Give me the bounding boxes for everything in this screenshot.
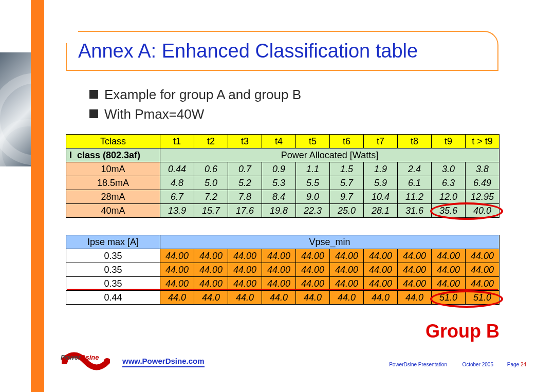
bullet-list: Example for group A and group B With Pma… [89, 83, 301, 126]
cell: 44.00 [194, 263, 228, 277]
th: t9 [432, 135, 466, 148]
cell: 1.5 [330, 162, 364, 176]
bullet-icon [89, 90, 98, 99]
cell: 3.0 [432, 162, 466, 176]
cell: 0.44 [160, 162, 194, 176]
cell: 0.9 [262, 162, 296, 176]
cell: 6.1 [398, 176, 432, 190]
th: t4 [262, 135, 296, 148]
cell: 13.9 [160, 204, 194, 218]
cell: 44.00 [296, 249, 330, 263]
classification-table: Tclass t1 t2 t3 t4 t5 t6 t7 t8 t9 t > t9… [66, 134, 499, 218]
footer: PowerDsine www.PowerDsine.com PowerDsine… [0, 341, 555, 392]
cell: 1.9 [364, 162, 398, 176]
cell: 12.95 [466, 190, 499, 204]
cell: 44.00 [432, 249, 466, 263]
cell: 2.4 [398, 162, 432, 176]
row-label: 18.5mA [66, 176, 160, 190]
cell: 51.0 [466, 291, 499, 305]
cell: 0.7 [228, 162, 262, 176]
cell: 44.00 [364, 263, 398, 277]
cell: 8.4 [262, 190, 296, 204]
row-label: 0.35 [66, 249, 160, 263]
cell: 44.00 [228, 249, 262, 263]
cell: 44.00 [364, 249, 398, 263]
th-span: Vpse_min [160, 235, 499, 249]
cell: 44.0 [330, 291, 364, 305]
cell: 5.7 [330, 176, 364, 190]
footer-date: October 2005 [462, 362, 493, 367]
cell: 22.3 [296, 204, 330, 218]
th: t7 [364, 135, 398, 148]
cell: 44.00 [330, 249, 364, 263]
cell: 28.1 [364, 204, 398, 218]
cell: 5.9 [364, 176, 398, 190]
bullet-icon [89, 109, 98, 118]
ipse-table: Ipse max [A] Vpse_min 0.3544.0044.0044.0… [66, 235, 499, 305]
logo-text: PowerDsine [61, 353, 99, 361]
cell: 15.7 [194, 204, 228, 218]
cell: 44.00 [398, 249, 432, 263]
cell: 17.6 [228, 204, 262, 218]
cell: 7.8 [228, 190, 262, 204]
cell: 44.0 [228, 291, 262, 305]
cell: 25.0 [330, 204, 364, 218]
cell: 9.7 [330, 190, 364, 204]
cell: 51.0 [432, 291, 466, 305]
cell: 0.6 [194, 162, 228, 176]
cell: 12.0 [432, 190, 466, 204]
cell: 1.1 [296, 162, 330, 176]
cell: 19.8 [262, 204, 296, 218]
cell: 44.00 [194, 249, 228, 263]
svg-point-1 [104, 358, 110, 364]
group-label: Group B [425, 321, 499, 342]
th: t1 [160, 135, 194, 148]
th: Tclass [66, 135, 160, 148]
cell: 11.2 [398, 190, 432, 204]
row-label: 10mA [66, 162, 160, 176]
footer-presentation: PowerDsine Presentation [389, 362, 447, 367]
cell: 44.0 [194, 291, 228, 305]
cell: 44.0 [160, 291, 194, 305]
row-label: 40mA [66, 204, 160, 218]
cell: 40.0 [466, 204, 499, 218]
cell: 44.00 [466, 249, 499, 263]
cell: 44.00 [160, 249, 194, 263]
cell: 5.2 [228, 176, 262, 190]
th: t5 [296, 135, 330, 148]
cell: 5.3 [262, 176, 296, 190]
title-box: Annex A: Enhanced Classification table [66, 31, 498, 71]
th: t > t9 [466, 135, 499, 148]
cell: 44.00 [296, 263, 330, 277]
th: t6 [330, 135, 364, 148]
cell: 44.0 [296, 291, 330, 305]
cell: 4.8 [160, 176, 194, 190]
cell: 44.0 [398, 291, 432, 305]
th: t8 [398, 135, 432, 148]
cell: 44.00 [330, 263, 364, 277]
cell: 44.00 [466, 263, 499, 277]
cell: 6.7 [160, 190, 194, 204]
cell: 44.0 [364, 291, 398, 305]
row-label: 0.35 [66, 263, 160, 277]
cell: 44.00 [432, 263, 466, 277]
cell: 31.6 [398, 204, 432, 218]
th: Ipse max [A] [66, 235, 160, 249]
cell: 9.0 [296, 190, 330, 204]
slide-title: Annex A: Enhanced Classification table [78, 40, 418, 62]
row-label: 0.44 [66, 291, 160, 305]
cell: 6.3 [432, 176, 466, 190]
cell: 44.00 [262, 263, 296, 277]
cell: 35.6 [432, 204, 466, 218]
bullet-text: With Pmax=40W [104, 106, 204, 122]
cell: 44.00 [228, 263, 262, 277]
cell: 7.2 [194, 190, 228, 204]
bullet-text: Example for group A and group B [104, 87, 301, 102]
cell: 10.4 [364, 190, 398, 204]
cell: 3.8 [466, 162, 499, 176]
footer-page: Page 24 [507, 362, 526, 367]
cell: 44.00 [262, 249, 296, 263]
cell: 6.49 [466, 176, 499, 190]
cell: 5.0 [194, 176, 228, 190]
footer-url: www.PowerDsine.com [122, 357, 205, 367]
